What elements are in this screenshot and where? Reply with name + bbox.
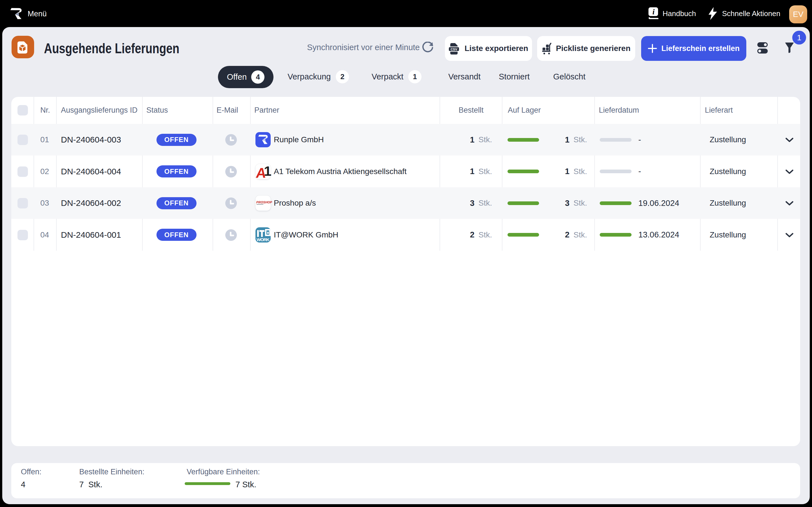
svg-text:1: 1 — [264, 164, 271, 179]
svg-text:i: i — [652, 7, 655, 16]
svg-text:WORK: WORK — [257, 237, 270, 242]
svg-text:CSV: CSV — [451, 47, 457, 51]
